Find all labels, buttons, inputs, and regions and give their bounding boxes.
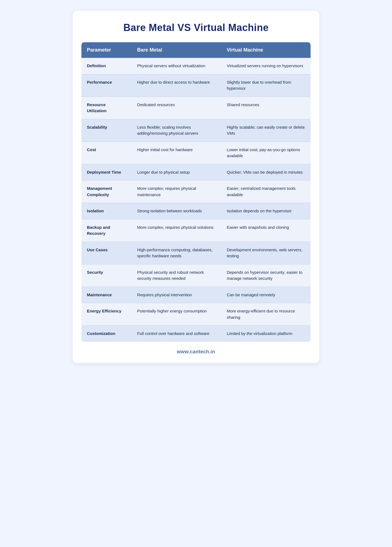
table-row: PerformanceHigher due to direct access t… (81, 74, 311, 97)
table-row: Backup and RecoveryMore complex; require… (81, 219, 311, 242)
table-row: Management ComplexityMore complex; requi… (81, 181, 311, 203)
cell-parameter: Use Cases (81, 242, 132, 264)
comparison-table: Parameter Bare Metal Virtual Machine Def… (81, 42, 311, 342)
table-row: SecurityPhysical security and robust net… (81, 264, 311, 287)
cell-virtual-machine: Limited by the virtualization platform (221, 326, 311, 342)
table-row: Use CasesHigh-performance computing, dat… (81, 242, 311, 264)
table-row: Energy EfficiencyPotentially higher ener… (81, 303, 311, 326)
cell-virtual-machine: Quicker; VMs can be deployed in minutes (221, 164, 311, 181)
cell-parameter: Resource Utilization (81, 97, 132, 119)
cell-virtual-machine: Easier with snapshots and cloning (221, 219, 311, 242)
table-row: DefinitionPhysical servers without virtu… (81, 58, 311, 74)
cell-parameter: Definition (81, 58, 132, 74)
table-row: Resource UtilizationDedicated resourcesS… (81, 97, 311, 119)
cell-virtual-machine: Isolation depends on the hypervisor (221, 203, 311, 219)
cell-parameter: Management Complexity (81, 181, 132, 203)
cell-bare-metal: Higher initial cost for hardware (132, 142, 221, 164)
table-row: IsolationStrong isolation between worklo… (81, 203, 311, 219)
cell-virtual-machine: Shared resources (221, 97, 311, 119)
cell-virtual-machine: Easier; centralized management tools ava… (221, 181, 311, 203)
cell-virtual-machine: Lower initial cost; pay-as-you-go option… (221, 142, 311, 164)
table-row: CustomizationFull control over hardware … (81, 326, 311, 342)
cell-bare-metal: Dedicated resources (132, 97, 221, 119)
cell-virtual-machine: More energy-efficient due to resource sh… (221, 303, 311, 326)
header-bare-metal: Bare Metal (132, 42, 221, 58)
cell-parameter: Isolation (81, 203, 132, 219)
table-row: ScalabilityLess flexible; scaling involv… (81, 119, 311, 142)
cell-bare-metal: Physical servers without virtualization (132, 58, 221, 74)
cell-bare-metal: Less flexible; scaling involves adding/r… (132, 119, 221, 142)
cell-bare-metal: High-performance computing, databases, s… (132, 242, 221, 264)
cell-bare-metal: More complex; requires physical maintena… (132, 181, 221, 203)
cell-parameter: Performance (81, 74, 132, 97)
cell-bare-metal: Higher due to direct access to hardware (132, 74, 221, 97)
cell-parameter: Deployment Time (81, 164, 132, 181)
cell-parameter: Backup and Recovery (81, 219, 132, 242)
cell-parameter: Scalability (81, 119, 132, 142)
table-header-row: Parameter Bare Metal Virtual Machine (81, 42, 311, 58)
cell-bare-metal: Full control over hardware and software (132, 326, 221, 342)
cell-virtual-machine: Slightly lower due to overhead from hype… (221, 74, 311, 97)
cell-virtual-machine: Can be managed remotely (221, 287, 311, 303)
cell-parameter: Energy Efficiency (81, 303, 132, 326)
cell-bare-metal: Requires physical intervention (132, 287, 221, 303)
header-virtual-machine: Virtual Machine (221, 42, 311, 58)
cell-parameter: Customization (81, 326, 132, 342)
footer-url: www.cantech.in (81, 349, 311, 355)
cell-bare-metal: Strong isolation between workloads (132, 203, 221, 219)
cell-bare-metal: Longer due to physical setup (132, 164, 221, 181)
cell-bare-metal: Physical security and robust network sec… (132, 264, 221, 287)
cell-bare-metal: More complex; requires physical solution… (132, 219, 221, 242)
cell-virtual-machine: Highly scalable; can easily create or de… (221, 119, 311, 142)
cell-virtual-machine: Development environments, web servers, t… (221, 242, 311, 264)
cell-virtual-machine: Depends on hypervisor security; easier t… (221, 264, 311, 287)
page-title: Bare Metal VS Virtual Machine (81, 22, 311, 33)
cell-bare-metal: Potentially higher energy consumption (132, 303, 221, 326)
table-row: CostHigher initial cost for hardwareLowe… (81, 142, 311, 164)
cell-parameter: Maintenance (81, 287, 132, 303)
header-parameter: Parameter (81, 42, 132, 58)
cell-virtual-machine: Virtualized servers running on hyperviso… (221, 58, 311, 74)
table-row: Deployment TimeLonger due to physical se… (81, 164, 311, 181)
table-row: MaintenanceRequires physical interventio… (81, 287, 311, 303)
cell-parameter: Cost (81, 142, 132, 164)
cell-parameter: Security (81, 264, 132, 287)
page-container: Bare Metal VS Virtual Machine Parameter … (73, 11, 319, 363)
